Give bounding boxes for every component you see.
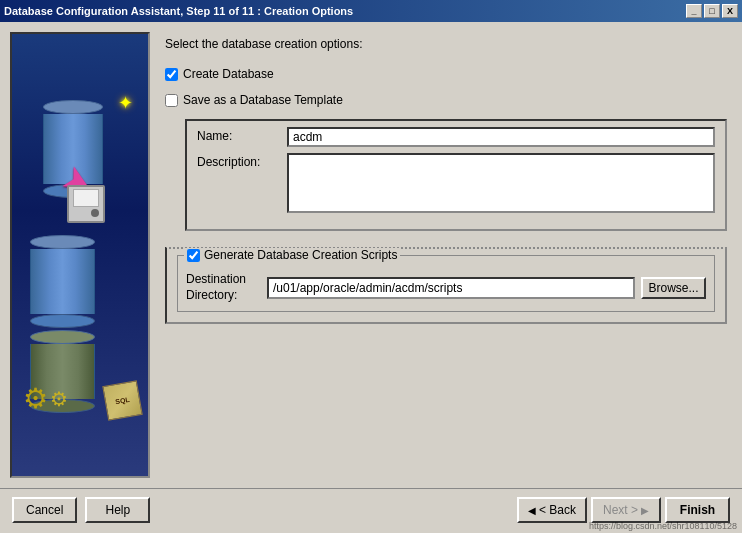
generate-scripts-label[interactable]: Generate Database Creation Scripts — [204, 248, 397, 262]
watermark-text: https://blog.csdn.net/shr108110/5128 — [589, 521, 737, 531]
close-button[interactable]: X — [722, 4, 738, 18]
help-button[interactable]: Help — [85, 497, 150, 523]
description-row: Description: — [197, 153, 715, 213]
save-template-label[interactable]: Save as a Database Template — [183, 93, 343, 107]
back-label: < Back — [539, 503, 576, 517]
cylinder-top-2 — [30, 235, 95, 249]
cylinder-bottom-2 — [30, 314, 95, 328]
left-buttons: Cancel Help — [12, 497, 150, 523]
back-button[interactable]: ◀ < Back — [517, 497, 587, 523]
cylinder-body-2 — [30, 249, 95, 314]
right-buttons: ◀ < Back Next > ▶ Finish — [517, 497, 730, 523]
browse-button[interactable]: Browse... — [641, 277, 706, 299]
create-db-checkbox[interactable] — [165, 68, 178, 81]
maximize-button[interactable]: □ — [704, 4, 720, 18]
sql-book-icon: SQL — [102, 380, 143, 421]
cylinder-top-1 — [43, 100, 103, 114]
next-button[interactable]: Next > ▶ — [591, 497, 661, 523]
scripts-border-box: Generate Database Creation Scripts Desti… — [177, 255, 715, 312]
name-label: Name: — [197, 127, 287, 143]
window-controls: _ □ X — [686, 4, 738, 18]
window-body: ✦ ➤ — [0, 22, 742, 533]
cylinder-top-3 — [30, 330, 95, 344]
gear-group: ⚙ ⚙ — [23, 382, 68, 415]
db-illustration: ✦ ➤ — [15, 90, 145, 420]
name-input[interactable] — [287, 127, 715, 147]
content-area: ✦ ➤ — [0, 22, 742, 488]
floppy-disk-icon — [67, 185, 105, 223]
minimize-button[interactable]: _ — [686, 4, 702, 18]
generate-scripts-checkbox[interactable] — [187, 249, 200, 262]
generate-scripts-header: Generate Database Creation Scripts — [184, 248, 400, 262]
template-section: Name: Description: — [185, 119, 727, 231]
description-input[interactable] — [287, 153, 715, 213]
destination-row-wrapper: DestinationDirectory: Browse... — [186, 272, 706, 303]
gear-icon-2: ⚙ — [50, 387, 68, 411]
back-arrow-icon: ◀ — [528, 505, 536, 516]
section-title: Select the database creation options: — [165, 37, 727, 51]
destination-input[interactable] — [267, 277, 635, 299]
right-panel: Select the database creation options: Cr… — [160, 32, 732, 478]
save-template-row: Save as a Database Template — [165, 93, 727, 107]
illustration-panel: ✦ ➤ — [10, 32, 150, 478]
finish-button[interactable]: Finish — [665, 497, 730, 523]
save-template-checkbox[interactable] — [165, 94, 178, 107]
name-row: Name: — [197, 127, 715, 147]
window-title: Database Configuration Assistant, Step 1… — [4, 5, 353, 17]
destination-label: DestinationDirectory: — [186, 272, 261, 303]
gear-icon-1: ⚙ — [23, 382, 48, 415]
next-arrow-icon: ▶ — [641, 505, 649, 516]
destination-row: DestinationDirectory: Browse... — [186, 272, 706, 303]
title-bar: Database Configuration Assistant, Step 1… — [0, 0, 742, 22]
description-label: Description: — [197, 153, 287, 169]
create-db-row: Create Database — [165, 67, 727, 81]
cancel-button[interactable]: Cancel — [12, 497, 77, 523]
sparkle-icon: ✦ — [118, 92, 133, 114]
scripts-section: Generate Database Creation Scripts Desti… — [165, 247, 727, 324]
create-db-label[interactable]: Create Database — [183, 67, 274, 81]
next-label: Next > — [603, 503, 638, 517]
